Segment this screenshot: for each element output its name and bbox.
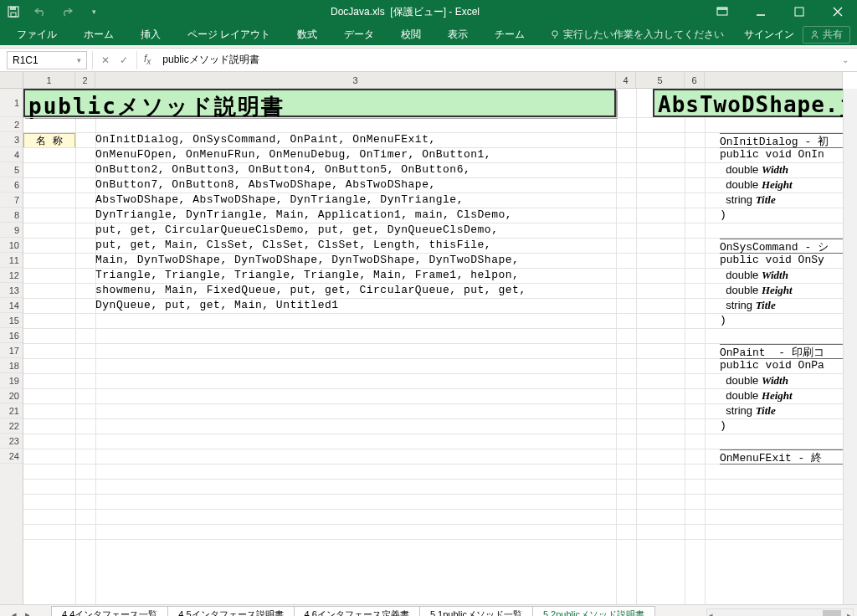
tab-review[interactable]: 校閲 xyxy=(387,23,434,45)
code-line[interactable]: OnButton7, OnButton8, AbsTwoDShape, AbsT… xyxy=(95,178,436,193)
code-line[interactable]: DynTriangle, DynTriangle, Main, Applicat… xyxy=(95,208,512,223)
name-header-cell[interactable]: 名 称 xyxy=(23,133,75,148)
share-icon xyxy=(810,30,819,39)
code-line[interactable]: Main, DynTwoDShape, DynTwoDShape, DynTwo… xyxy=(95,254,519,269)
tell-me-search[interactable]: 実行したい作業を入力してください xyxy=(550,28,724,42)
svg-rect-2 xyxy=(11,13,16,17)
right-code-line[interactable]: public void OnIn xyxy=(720,148,824,163)
tab-layout[interactable]: ページ レイアウト xyxy=(174,23,284,45)
right-code-line[interactable]: double Width xyxy=(720,269,788,284)
svg-point-9 xyxy=(552,31,557,36)
cells-area[interactable]: publicメソッド説明書 AbsTwoDShape.j 名 称 OnInitD… xyxy=(23,89,843,604)
ribbon-options-button[interactable] xyxy=(703,0,742,23)
qat-customize-icon[interactable]: ▾ xyxy=(84,2,104,22)
expand-formula-bar-button[interactable]: ⌄ xyxy=(840,55,857,64)
code-line[interactable]: showmenu, Main, FixedQueue, put, get, Ci… xyxy=(95,284,526,299)
code-line[interactable]: OnButton2, OnButton3, OnButton4, OnButto… xyxy=(95,163,470,178)
document-title-cell[interactable]: publicメソッド説明書 xyxy=(23,89,616,117)
svg-rect-6 xyxy=(795,8,803,16)
right-code-line[interactable]: public void OnSy xyxy=(720,254,824,269)
undo-button[interactable] xyxy=(30,2,50,22)
code-line[interactable]: Triangle, Triangle, Triangle, Triangle, … xyxy=(95,269,519,284)
tab-nav[interactable]: ◂ ▸ … xyxy=(3,609,52,616)
worksheet-grid[interactable]: 1 2 3 4 5 6 1234567891011121314151617181… xyxy=(0,72,857,604)
select-all-corner[interactable] xyxy=(0,72,23,89)
right-code-line[interactable]: public void OnPa xyxy=(720,359,824,374)
formula-buttons: ✕ ✓ xyxy=(92,51,137,69)
enter-formula-button[interactable]: ✓ xyxy=(116,54,131,66)
ribbon-tabs: ファイル ホーム 挿入 ページ レイアウト 数式 データ 校閲 表示 チーム 実… xyxy=(0,23,857,45)
filename-title-cell[interactable]: AbsTwoDShape.j xyxy=(653,89,843,117)
sheet-tab-strip: ◂ ▸ … 4.4インタフェース一覧4.5インタフェース説明書4.6インタフェー… xyxy=(0,604,857,616)
right-code-line[interactable]: ) xyxy=(720,314,726,329)
tab-home[interactable]: ホーム xyxy=(70,23,127,45)
code-line[interactable]: AbsTwoDShape, AbsTwoDShape, DynTriangle,… xyxy=(95,193,464,208)
close-button[interactable] xyxy=(819,0,857,23)
right-code-line[interactable]: OnSysCommand - シ xyxy=(720,239,843,254)
code-line[interactable]: put, get, CircularQueueClsDemo, put, get… xyxy=(95,223,498,239)
right-code-line[interactable]: double Height xyxy=(720,178,793,193)
right-code-line[interactable]: double Width xyxy=(720,163,788,178)
tell-me-label: 実行したい作業を入力してください xyxy=(563,28,724,42)
right-code-line[interactable]: OnInitDialog - 初 xyxy=(720,133,843,148)
lightbulb-icon xyxy=(550,29,560,39)
signin-link[interactable]: サインイン xyxy=(744,28,794,42)
right-code-line[interactable]: ) xyxy=(720,419,726,434)
tab-file[interactable]: ファイル xyxy=(3,23,70,45)
title-bar: ▾ DocJava.xls [保護ビュー] - Excel xyxy=(0,0,857,23)
formula-bar: R1C1 ▾ ✕ ✓ fx ⌄ xyxy=(0,49,857,72)
right-code-line[interactable]: string Title xyxy=(720,404,776,419)
svg-point-11 xyxy=(813,31,817,34)
chevron-down-icon: ▾ xyxy=(77,56,81,64)
right-code-line[interactable]: double Height xyxy=(720,284,793,299)
code-line[interactable]: OnInitDialog, OnSysCommand, OnPaint, OnM… xyxy=(95,133,436,148)
sheet-tab[interactable]: 5.2publicメソッド説明書 xyxy=(532,606,655,617)
sheet-tab[interactable]: 5.1publicメソッド一覧 xyxy=(419,606,533,617)
quick-access-toolbar: ▾ xyxy=(0,2,107,22)
right-code-line[interactable]: string Title xyxy=(720,299,776,314)
tab-nav-next[interactable]: ▸ xyxy=(22,609,33,616)
right-code-line[interactable]: OnMenuFExit - 終 xyxy=(720,449,843,465)
sheet-tab[interactable]: 4.5インタフェース説明書 xyxy=(167,606,294,617)
redo-button[interactable] xyxy=(57,2,77,22)
save-button[interactable] xyxy=(3,2,23,22)
row-headers[interactable]: 123456789101112131415161718192021222324 xyxy=(0,89,23,604)
code-line[interactable]: DynQueue, put, get, Main, Untitled1 xyxy=(95,299,339,314)
minimize-button[interactable] xyxy=(742,0,780,23)
code-line[interactable]: OnMenuFOpen, OnMenuFRun, OnMenuDebug, On… xyxy=(95,148,491,163)
right-code-line[interactable]: ) xyxy=(720,208,726,223)
tab-team[interactable]: チーム xyxy=(481,23,538,45)
horizontal-scrollbar[interactable]: ◂ ▸ xyxy=(706,608,854,617)
tab-nav-prev[interactable]: ◂ xyxy=(8,609,20,616)
window-title: DocJava.xls [保護ビュー] - Excel xyxy=(107,5,703,19)
share-button[interactable]: 共有 xyxy=(803,26,850,44)
tab-insert[interactable]: 挿入 xyxy=(127,23,174,45)
right-code-line[interactable]: double Height xyxy=(720,389,793,404)
share-label: 共有 xyxy=(823,28,843,42)
tab-data[interactable]: データ xyxy=(331,23,387,45)
tab-overflow[interactable]: … xyxy=(655,610,678,617)
sheet-tab[interactable]: 4.4インタフェース一覧 xyxy=(51,606,168,617)
tab-formulas[interactable]: 数式 xyxy=(284,23,331,45)
sheet-tab[interactable]: 4.6インタフェース定義書 xyxy=(294,606,420,617)
right-code-line[interactable]: double Width xyxy=(720,374,788,389)
svg-rect-4 xyxy=(717,8,727,10)
vertical-scrollbar[interactable] xyxy=(843,89,857,604)
fx-icon[interactable]: fx xyxy=(137,53,157,66)
code-line[interactable]: put, get, Main, ClsSet, ClsSet, ClsSet, … xyxy=(95,239,491,254)
name-box[interactable]: R1C1 ▾ xyxy=(7,51,87,69)
column-headers[interactable]: 1 2 3 4 5 6 xyxy=(23,72,843,89)
right-code-line[interactable]: string Title xyxy=(720,193,776,208)
svg-rect-1 xyxy=(10,7,16,10)
formula-input[interactable] xyxy=(157,53,840,68)
tab-view[interactable]: 表示 xyxy=(434,23,481,45)
maximize-button[interactable] xyxy=(780,0,819,23)
tab-nav-more[interactable]: … xyxy=(35,609,47,616)
right-code-line[interactable]: OnPaint - 印刷コ xyxy=(720,344,843,359)
cancel-formula-button[interactable]: ✕ xyxy=(98,54,113,66)
